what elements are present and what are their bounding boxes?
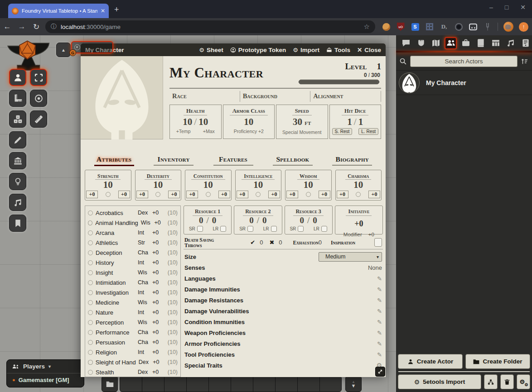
special-movement-link[interactable]: Special Movement bbox=[282, 129, 321, 135]
search-input[interactable] bbox=[410, 56, 517, 67]
macro-slot[interactable] bbox=[253, 376, 275, 392]
save-proficiency-radio[interactable] bbox=[356, 192, 361, 197]
sheet-tab[interactable]: Biography bbox=[323, 155, 382, 166]
armor-class-box[interactable]: Armor Class 10 Proficiency +2 bbox=[223, 105, 275, 139]
ability-save[interactable]: +0 bbox=[268, 191, 280, 198]
tab-items[interactable] bbox=[459, 37, 472, 49]
initiative-value[interactable]: +0 bbox=[335, 219, 382, 229]
character-portrait[interactable] bbox=[81, 56, 163, 139]
skill-row[interactable]: History Int +0 (10) bbox=[88, 258, 178, 268]
token-controls-button[interactable] bbox=[9, 69, 26, 86]
ability-mod[interactable]: +0 bbox=[186, 191, 198, 198]
tab-journal[interactable] bbox=[474, 37, 487, 49]
initiative-box[interactable]: Initiative +0 Modifier+0 bbox=[335, 206, 383, 234]
skill-name[interactable]: Arcana bbox=[96, 229, 135, 236]
detail-field[interactable]: Alignment bbox=[310, 91, 381, 102]
skill-proficiency-radio[interactable] bbox=[88, 250, 93, 255]
lr-checkbox[interactable] bbox=[220, 226, 226, 232]
tab-compendium[interactable] bbox=[519, 37, 532, 49]
speed-box[interactable]: Speed 30 ft Special Movement bbox=[276, 105, 328, 139]
5etools-import-button[interactable]: ⚙ 5etools Import bbox=[398, 374, 481, 389]
skill-row[interactable]: Athletics Str +0 (10) bbox=[88, 238, 178, 248]
trait-edit-icon[interactable]: ✎ bbox=[377, 275, 382, 282]
speed-value[interactable]: 30 ft bbox=[276, 117, 328, 128]
ability-save[interactable]: +0 bbox=[218, 191, 230, 198]
settings-button[interactable]: ⚙⚙ bbox=[517, 374, 530, 389]
save-proficiency-radio[interactable] bbox=[306, 192, 311, 197]
sheet-tab[interactable]: Spellbook bbox=[263, 155, 322, 166]
skill-proficiency-radio[interactable] bbox=[88, 210, 93, 215]
macro-slot[interactable] bbox=[297, 376, 319, 392]
skill-proficiency-radio[interactable] bbox=[88, 310, 93, 315]
inspiration-checkbox[interactable] bbox=[374, 238, 382, 247]
ability-name[interactable]: Intelligence bbox=[242, 173, 275, 180]
skill-proficiency-radio[interactable] bbox=[88, 370, 93, 375]
tile-controls-button[interactable] bbox=[9, 152, 26, 169]
sheet-tab[interactable]: Attributes bbox=[84, 155, 144, 166]
actor-list-item[interactable]: My Character bbox=[396, 71, 532, 95]
new-tab-button[interactable]: + bbox=[114, 5, 119, 14]
resource-box[interactable]: Resource 2 0/0 SR LR bbox=[234, 206, 282, 234]
health-box[interactable]: Health 10/10 +Temp+Max bbox=[169, 105, 222, 139]
ac-value[interactable]: 10 bbox=[223, 117, 275, 127]
ability-box[interactable]: Dexterity 10 +0 +0 bbox=[135, 170, 182, 201]
tab-actors[interactable] bbox=[445, 37, 457, 49]
skill-name[interactable]: Investigation bbox=[96, 289, 135, 296]
resource-title[interactable]: Resource 2 bbox=[243, 208, 273, 216]
resource-box[interactable]: Resource 3 0/0 SR LR bbox=[285, 206, 333, 234]
ability-mod[interactable]: +0 bbox=[286, 191, 298, 198]
skill-proficiency-radio[interactable] bbox=[88, 290, 93, 295]
skill-name[interactable]: Religion bbox=[96, 349, 135, 356]
ability-name[interactable]: Dexterity bbox=[145, 173, 172, 180]
skill-proficiency-radio[interactable] bbox=[88, 230, 93, 235]
s-extension-icon[interactable]: S bbox=[411, 23, 419, 31]
skill-proficiency-radio[interactable] bbox=[88, 300, 93, 305]
trait-edit-icon[interactable]: ✎ bbox=[377, 319, 382, 325]
ability-name[interactable]: Constitution bbox=[191, 173, 225, 180]
trait-edit-icon[interactable]: ✎ bbox=[377, 351, 382, 358]
macro-slot[interactable] bbox=[231, 376, 253, 392]
ability-score[interactable]: 10 bbox=[185, 180, 231, 190]
resource-value[interactable]: 0/0 bbox=[234, 216, 281, 225]
xp-value[interactable]: 0/300 bbox=[299, 72, 380, 78]
skill-proficiency-radio[interactable] bbox=[88, 280, 93, 285]
short-rest-button[interactable]: S. Rest bbox=[332, 128, 353, 135]
macro-slot[interactable] bbox=[164, 376, 186, 392]
tools-button[interactable]: Tools bbox=[326, 47, 350, 53]
skill-row[interactable]: Stealth Dex +0 (10) bbox=[88, 367, 178, 377]
tab-close-icon[interactable]: ✕ bbox=[101, 8, 105, 14]
d-extension-icon[interactable]: D, bbox=[440, 22, 449, 31]
trait-edit-icon[interactable]: ✎ bbox=[377, 286, 382, 293]
tab-scenes[interactable] bbox=[430, 37, 442, 49]
back-button[interactable]: ← bbox=[0, 22, 15, 31]
ability-box[interactable]: Charisma 10 +0 +0 bbox=[335, 170, 382, 201]
temp-hp-field[interactable]: +Temp bbox=[176, 129, 191, 134]
resource-box[interactable]: Resource 1 0/0 SR LR bbox=[184, 206, 232, 234]
ublock-extension-icon[interactable]: uO bbox=[397, 23, 405, 31]
lr-checkbox[interactable] bbox=[271, 226, 277, 232]
skill-name[interactable]: Performance bbox=[96, 329, 135, 336]
skill-proficiency-radio[interactable] bbox=[88, 260, 93, 265]
skill-row[interactable]: Religion Int +0 (10) bbox=[88, 347, 178, 357]
players-header[interactable]: Players ▾ bbox=[7, 360, 84, 373]
address-bar[interactable]: ⓘ localhost:30000/game ☆ bbox=[45, 20, 375, 33]
site-info-icon[interactable]: ⓘ bbox=[51, 23, 57, 31]
detail-field[interactable]: Background bbox=[240, 91, 311, 102]
ability-mod[interactable]: +0 bbox=[86, 191, 98, 198]
skill-name[interactable]: Insight bbox=[96, 269, 135, 276]
death-fail-value[interactable]: 0 bbox=[279, 239, 282, 246]
skill-row[interactable]: Medicine Wis +0 (10) bbox=[88, 297, 178, 307]
skill-row[interactable]: Deception Cha +0 (10) bbox=[88, 248, 178, 258]
skill-row[interactable]: Persuasion Cha +0 (10) bbox=[88, 337, 178, 347]
fork-extension-icon[interactable] bbox=[486, 23, 489, 31]
ability-box[interactable]: Intelligence 10 +0 +0 bbox=[235, 170, 282, 201]
trait-edit-icon[interactable]: ✎ bbox=[377, 340, 382, 347]
forward-button[interactable]: → bbox=[15, 22, 29, 31]
hit-dice-value[interactable]: 1/1 bbox=[330, 117, 381, 127]
character-name[interactable]: My Character bbox=[169, 65, 299, 81]
trait-edit-icon[interactable]: ✎ bbox=[377, 308, 382, 315]
notes-controls-button[interactable] bbox=[9, 215, 26, 232]
skill-name[interactable]: Deception bbox=[96, 249, 135, 256]
skill-row[interactable]: Insight Wis +0 (10) bbox=[88, 268, 178, 277]
tab-playlists[interactable] bbox=[504, 37, 517, 49]
